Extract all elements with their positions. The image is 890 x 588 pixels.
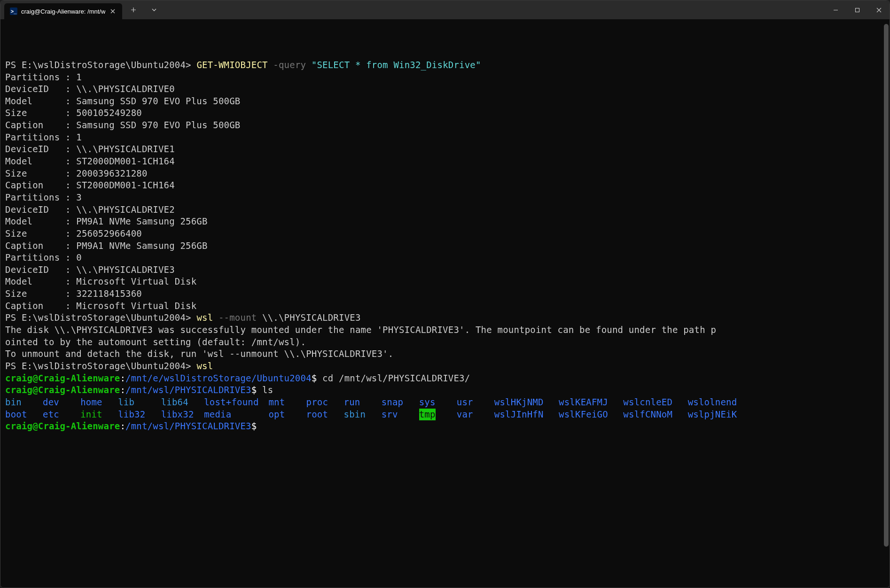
terminal-line: Size : 2000396321280	[5, 168, 885, 180]
terminal-line: Size : 256052966400	[5, 228, 885, 240]
bash-dollar: $	[251, 385, 257, 395]
ls-entry: media	[204, 409, 268, 421]
terminal-line: craig@Craig-Alienware:/mnt/e/wslDistroSt…	[5, 372, 885, 385]
output-label: Partitions	[5, 252, 65, 263]
terminal-line: To unmount and detach the disk, run 'wsl…	[5, 348, 885, 360]
bash-command: cd /mnt/wsl/PHYSICALDRIVE3/	[322, 373, 470, 383]
ls-entry: bin	[5, 396, 43, 409]
bash-dollar: $	[251, 421, 257, 431]
output-label: Size	[5, 168, 65, 178]
output-label: Model	[5, 276, 65, 286]
output-label: Partitions	[5, 192, 65, 202]
ls-entry: wslJInHfN	[494, 409, 559, 421]
bash-command: ls	[262, 385, 273, 395]
ls-entry: run	[344, 396, 382, 409]
terminal-line: Caption : PM9A1 NVMe Samsung 256GB	[5, 240, 885, 252]
terminal-line: Partitions : 3	[5, 192, 885, 204]
output-value: Microsoft Virtual Disk	[76, 276, 196, 286]
ls-entry: root	[306, 409, 344, 421]
ps-prompt: PS E:\wslDistroStorage\Ubuntu2004>	[5, 361, 196, 371]
new-tab-button[interactable]	[126, 2, 141, 17]
chevron-down-icon	[151, 7, 157, 13]
output-sep: :	[65, 192, 76, 202]
svg-rect-5	[855, 8, 859, 12]
command-name: wsl	[196, 312, 213, 323]
output-value: 322118415360	[76, 288, 142, 299]
output-sep: :	[65, 168, 76, 178]
ls-entry: wslcnleED	[623, 396, 687, 409]
output-sep: :	[65, 96, 76, 106]
command-flag: --mount	[219, 312, 257, 323]
ls-entry: init	[80, 409, 118, 421]
close-icon	[876, 8, 882, 13]
close-icon	[110, 9, 115, 14]
ls-entry: opt	[268, 409, 306, 421]
terminal-line: Model : Microsoft Virtual Disk	[5, 276, 885, 288]
output-sep: :	[65, 240, 76, 251]
terminal-viewport[interactable]: PS E:\wslDistroStorage\Ubuntu2004> GET-W…	[0, 19, 890, 588]
terminal-line: Caption : Samsung SSD 970 EVO Plus 500GB	[5, 119, 885, 132]
tab-dropdown-button[interactable]	[147, 2, 162, 17]
ls-entry: sys	[419, 396, 457, 409]
minimize-icon	[833, 8, 838, 13]
bash-sep: :	[120, 385, 125, 395]
ls-entry: lib32	[118, 409, 161, 421]
terminal-line: craig@Craig-Alienware:/mnt/wsl/PHYSICALD…	[5, 420, 885, 433]
maximize-icon	[855, 8, 860, 13]
terminal-line: Size : 322118415360	[5, 288, 885, 300]
output-label: Size	[5, 288, 65, 299]
terminal-window: >_ craig@Craig-Alienware: /mnt/w	[0, 0, 890, 588]
ls-entry: lost+found	[204, 396, 268, 409]
ls-entry: libx32	[161, 409, 204, 421]
output-sep: :	[65, 84, 76, 94]
ls-entry: snap	[382, 396, 419, 409]
output-value: 256052966400	[76, 228, 142, 239]
output-value: 3	[76, 192, 82, 202]
ls-entry: sbin	[344, 409, 382, 421]
ls-entry: wslKFeiGO	[559, 409, 623, 421]
terminal-line: Model : PM9A1 NVMe Samsung 256GB	[5, 216, 885, 228]
output-value: ST2000DM001-1CH164	[76, 180, 175, 190]
ls-entry: proc	[306, 396, 344, 409]
output-text: ointed to by the automount setting (defa…	[5, 337, 306, 347]
titlebar-drag-region[interactable]	[162, 0, 825, 19]
maximize-button[interactable]	[846, 0, 868, 19]
ls-entry: wslfCNNoM	[623, 409, 687, 421]
bash-path: /mnt/e/wslDistroStorage/Ubuntu2004	[125, 373, 312, 383]
output-label: Size	[5, 228, 65, 239]
scrollbar-track[interactable]	[883, 19, 889, 588]
output-sep: :	[65, 252, 76, 263]
ps-prompt: PS E:\wslDistroStorage\Ubuntu2004>	[5, 60, 196, 70]
window-controls	[825, 0, 890, 19]
output-value: \\.\PHYSICALDRIVE1	[76, 144, 175, 154]
terminal-line: The disk \\.\PHYSICALDRIVE3 was successf…	[5, 324, 885, 336]
output-sep: :	[65, 180, 76, 190]
output-label: DeviceID	[5, 204, 65, 215]
output-label: Model	[5, 96, 65, 106]
ls-entry: wslKEAFMJ	[559, 396, 623, 409]
tab-close-button[interactable]	[109, 8, 117, 15]
output-label: Partitions	[5, 72, 65, 82]
close-window-button[interactable]	[868, 0, 890, 19]
minimize-button[interactable]	[825, 0, 846, 19]
output-text: The disk \\.\PHYSICALDRIVE3 was successf…	[5, 325, 716, 335]
bash-user-host: craig@Craig-Alienware	[5, 421, 120, 431]
ls-entry: lib	[118, 396, 161, 409]
terminal-line: Model : Samsung SSD 970 EVO Plus 500GB	[5, 95, 885, 108]
tab-active[interactable]: >_ craig@Craig-Alienware: /mnt/w	[4, 3, 122, 19]
output-value: Samsung SSD 970 EVO Plus 500GB	[76, 120, 240, 130]
terminal-line: DeviceID : \\.\PHYSICALDRIVE0	[5, 83, 885, 95]
terminal-line: Caption : Microsoft Virtual Disk	[5, 300, 885, 312]
output-value: 0	[76, 252, 82, 263]
output-sep: :	[65, 204, 76, 215]
bash-path: /mnt/wsl/PHYSICALDRIVE3	[125, 421, 251, 431]
terminal-line: Size : 500105249280	[5, 107, 885, 119]
bash-sep: :	[120, 373, 125, 383]
output-value: PM9A1 NVMe Samsung 256GB	[76, 240, 207, 251]
output-value: ST2000DM001-1CH164	[76, 156, 175, 166]
scrollbar-thumb[interactable]	[884, 24, 889, 547]
terminal-line: Caption : ST2000DM001-1CH164	[5, 179, 885, 192]
terminal-line: PS E:\wslDistroStorage\Ubuntu2004> wsl -…	[5, 312, 885, 324]
output-label: Caption	[5, 240, 65, 251]
terminal-line: DeviceID : \\.\PHYSICALDRIVE1	[5, 143, 885, 155]
